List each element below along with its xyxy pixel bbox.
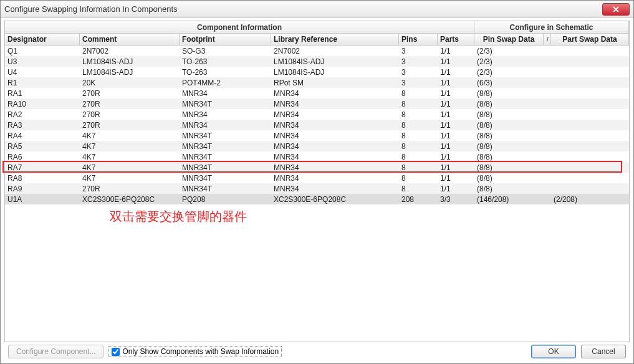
table-body[interactable]: Q12N7002SO-G32N700231/1(2/3)U3LM1084IS-A…	[5, 46, 629, 342]
cell-foot: MNR34	[180, 121, 271, 130]
cell-parts: 1/1	[438, 100, 474, 108]
table-row[interactable]: RA64K7MNR34TMNR3481/1(8/8)	[5, 151, 629, 162]
table-row[interactable]: RA54K7MNR34TMNR3481/1(8/8)	[5, 141, 629, 151]
cell-com: 4K7	[80, 163, 180, 172]
group-header-component[interactable]: Component Information	[5, 21, 474, 33]
cell-lib: MNR34	[271, 100, 399, 108]
cancel-button[interactable]: Cancel	[581, 345, 626, 358]
titlebar: Configure Swapping Information In Compon…	[1, 1, 633, 18]
cell-com: LM1084IS-ADJ	[80, 57, 180, 66]
cell-com: 20K	[80, 79, 180, 87]
table-row[interactable]: RA3270RMNR34MNR3481/1(8/8)	[5, 120, 629, 130]
col-pins[interactable]: Pins	[399, 34, 438, 45]
cell-com: 4K7	[80, 132, 180, 140]
cell-des: RA3	[5, 121, 80, 130]
cell-des: U4	[5, 68, 80, 77]
cell-lib: MNR34	[271, 184, 399, 193]
only-show-checkbox[interactable]	[112, 348, 120, 356]
cell-foot: MNR34T	[180, 163, 271, 172]
group-header-schematic[interactable]: Configure in Schematic	[474, 21, 629, 33]
cell-foot: TO-263	[180, 68, 271, 77]
window-title: Configure Swapping Information In Compon…	[4, 4, 602, 14]
col-comment[interactable]: Comment	[80, 34, 180, 45]
table-row[interactable]: U4LM1084IS-ADJTO-263LM1084IS-ADJ31/1(2/3…	[5, 67, 629, 77]
table-row[interactable]: U3LM1084IS-ADJTO-263LM1084IS-ADJ31/1(2/3…	[5, 56, 629, 67]
cell-foot: TO-263	[180, 57, 271, 66]
cell-pin: (6/3)	[474, 79, 544, 87]
col-sort-indicator[interactable]: /	[544, 34, 551, 45]
table-row[interactable]: RA1270RMNR34MNR3481/1(8/8)	[5, 88, 629, 98]
cell-lib: LM1084IS-ADJ	[271, 57, 399, 66]
cell-foot: MNR34T	[180, 132, 271, 140]
cell-des: U1A	[5, 195, 80, 204]
cell-parts: 1/1	[438, 121, 474, 130]
cell-pins: 8	[399, 89, 438, 98]
dialog-window: Configure Swapping Information In Compon…	[0, 0, 634, 364]
cell-des: RA10	[5, 100, 80, 108]
cell-pin: (8/8)	[474, 174, 544, 183]
cell-com: LM1084IS-ADJ	[80, 68, 180, 77]
group-header-row: Component Information Configure in Schem…	[5, 21, 629, 34]
only-show-label: Only Show Components with Swap Informati…	[122, 347, 279, 356]
col-pinswap[interactable]: Pin Swap Data	[474, 34, 544, 45]
cell-pin: (8/8)	[474, 163, 544, 172]
cell-des: RA8	[5, 174, 80, 183]
table-row[interactable]: RA2270RMNR34MNR3481/1(8/8)	[5, 109, 629, 120]
column-header-row: Designator Comment Footprint Library Ref…	[5, 34, 629, 46]
close-button[interactable]	[602, 3, 630, 16]
cell-pin: (8/8)	[474, 110, 544, 119]
cell-des: U3	[5, 57, 80, 66]
cell-lib: MNR34	[271, 163, 399, 172]
cell-com: 270R	[80, 121, 180, 130]
cell-des: RA1	[5, 89, 80, 98]
table-row[interactable]: RA84K7MNR34TMNR3481/1(8/8)	[5, 173, 629, 183]
cell-parts: 1/1	[438, 68, 474, 77]
table-row[interactable]: Q12N7002SO-G32N700231/1(2/3)	[5, 46, 629, 56]
cell-des: RA7	[5, 163, 80, 172]
cell-pins: 208	[399, 195, 438, 204]
cell-com: 270R	[80, 100, 180, 108]
cell-pins: 3	[399, 57, 438, 66]
cell-des: RA5	[5, 142, 80, 151]
cell-lib: MNR34	[271, 110, 399, 119]
cell-pins: 8	[399, 110, 438, 119]
cell-lib: LM1084IS-ADJ	[271, 68, 399, 77]
cell-pin: (146/208)	[474, 195, 544, 204]
cell-pins: 3	[399, 79, 438, 87]
cell-parts: 1/1	[438, 47, 474, 55]
cell-lib: RPot SM	[271, 79, 399, 87]
cell-lib: MNR34	[271, 174, 399, 183]
ok-button[interactable]: OK	[531, 345, 576, 358]
cell-foot: POT4MM-2	[180, 79, 271, 87]
cell-parts: 1/1	[438, 174, 474, 183]
cell-pin: (8/8)	[474, 89, 544, 98]
cell-com: XC2S300E-6PQ208C	[80, 195, 180, 204]
col-designator[interactable]: Designator	[5, 34, 80, 45]
col-parts[interactable]: Parts	[438, 34, 474, 45]
col-library[interactable]: Library Reference	[271, 34, 399, 45]
cell-des: RA2	[5, 110, 80, 119]
cell-lib: MNR34	[271, 89, 399, 98]
table-row[interactable]: RA74K7MNR34TMNR3481/1(8/8)	[5, 162, 629, 173]
cell-foot: PQ208	[180, 195, 271, 204]
cell-pin: (8/8)	[474, 184, 544, 193]
cell-pins: 8	[399, 174, 438, 183]
cell-pins: 8	[399, 142, 438, 151]
col-partswap[interactable]: Part Swap Data	[551, 34, 629, 45]
close-icon	[613, 6, 619, 12]
col-footprint[interactable]: Footprint	[180, 34, 271, 45]
cell-foot: MNR34	[180, 110, 271, 119]
table-row[interactable]: RA10270RMNR34TMNR3481/1(8/8)	[5, 98, 629, 109]
table-row[interactable]: RA9270RMNR34TMNR3481/1(8/8)	[5, 183, 629, 194]
cell-des: Q1	[5, 47, 80, 55]
cell-pin: (8/8)	[474, 100, 544, 108]
table-row[interactable]: RA44K7MNR34TMNR3481/1(8/8)	[5, 130, 629, 141]
table-row[interactable]: U1AXC2S300E-6PQ208CPQ208XC2S300E-6PQ208C…	[5, 194, 629, 204]
table-row[interactable]: R120KPOT4MM-2RPot SM31/1(6/3)	[5, 77, 629, 88]
only-show-checkbox-wrap[interactable]: Only Show Components with Swap Informati…	[108, 346, 282, 357]
cell-com: 270R	[80, 89, 180, 98]
cell-parts: 1/1	[438, 132, 474, 140]
cell-pin: (8/8)	[474, 121, 544, 130]
cell-com: 4K7	[80, 153, 180, 161]
cell-com: 4K7	[80, 142, 180, 151]
